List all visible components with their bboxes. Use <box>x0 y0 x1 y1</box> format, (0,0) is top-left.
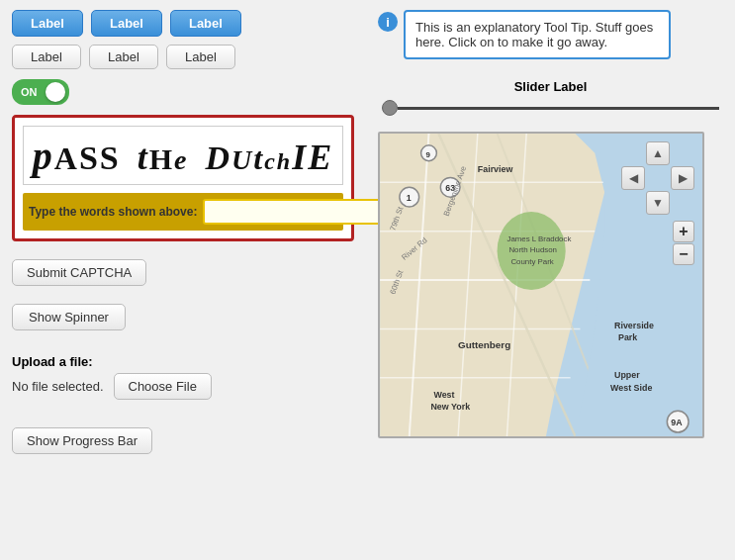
show-progress-wrapper: Show Progress Bar <box>12 408 354 454</box>
svg-text:James L Braddock: James L Braddock <box>506 234 571 243</box>
map-zoom-controls: + − <box>673 221 694 265</box>
captcha-char-p: p <box>33 133 54 179</box>
submit-captcha-button[interactable]: Submit CAPTCHA <box>12 259 146 286</box>
map-nav-down[interactable]: ▼ <box>646 191 670 215</box>
captcha-space1 <box>127 137 138 178</box>
svg-text:Riverside: Riverside <box>614 321 654 330</box>
map-nav-center <box>646 166 670 190</box>
secondary-buttons-row: Label Label Label <box>12 45 354 69</box>
primary-buttons-row: Label Label Label <box>12 10 354 37</box>
map-navigation: ▲ ◀ ▶ ▼ <box>621 141 694 215</box>
map-nav-left[interactable]: ◀ <box>621 166 645 190</box>
captcha-char-h: H <box>149 142 174 176</box>
show-spinner-wrapper: Show Spinner <box>12 294 354 340</box>
map-zoom-in[interactable]: + <box>673 221 694 242</box>
toggle-switch[interactable]: ON <box>12 79 69 105</box>
captcha-char-tc: t <box>253 140 264 177</box>
primary-button-2[interactable]: Label <box>91 10 162 37</box>
captcha-input[interactable] <box>203 199 385 225</box>
toggle-wrapper: ON <box>12 79 354 105</box>
svg-text:West: West <box>433 390 454 400</box>
captcha-char-s1: s <box>79 140 100 177</box>
primary-button-3[interactable]: Label <box>170 10 241 37</box>
tooltip-box[interactable]: This is an explanatory Tool Tip. Stuff g… <box>404 10 671 59</box>
secondary-button-3[interactable]: Label <box>166 45 235 69</box>
captcha-container: p A s S t H e D u t ch iE Type the words… <box>12 115 354 241</box>
map-nav-empty-bl <box>621 191 645 215</box>
toggle-knob <box>46 82 65 102</box>
captcha-char-ie: iE <box>292 137 333 178</box>
show-spinner-button[interactable]: Show Spinner <box>12 304 126 330</box>
captcha-char-d: D <box>206 140 232 177</box>
svg-text:North Hudson: North Hudson <box>508 245 557 254</box>
captcha-char-s2: S <box>100 140 121 177</box>
toggle-label: ON <box>21 86 38 98</box>
map-nav-empty-tl <box>621 141 645 165</box>
svg-text:Upper: Upper <box>614 370 640 380</box>
map-nav-empty-tr <box>671 141 694 165</box>
file-upload-section: Upload a file: No file selected. Choose … <box>12 354 354 400</box>
tooltip-row: i This is an explanatory Tool Tip. Stuff… <box>378 10 723 59</box>
svg-text:Guttenberg: Guttenberg <box>458 339 510 350</box>
map-container[interactable]: Fairview Guttenberg West New York Rivers… <box>378 132 704 438</box>
captcha-char-ch: ch <box>264 148 292 175</box>
submit-captcha-wrapper: Submit CAPTCHA <box>12 251 354 294</box>
slider-track[interactable] <box>398 107 719 110</box>
left-panel: Label Label Label Label Label Label ON p… <box>0 0 366 560</box>
svg-text:Park: Park <box>618 332 637 342</box>
secondary-button-1[interactable]: Label <box>12 45 81 69</box>
info-icon[interactable]: i <box>378 12 398 32</box>
captcha-char-u: u <box>231 144 253 176</box>
svg-text:County Park: County Park <box>510 257 553 266</box>
svg-text:9A: 9A <box>671 418 683 427</box>
secondary-button-2[interactable]: Label <box>89 45 158 69</box>
slider-track-wrapper <box>378 100 723 116</box>
captcha-char-t: t <box>138 137 149 178</box>
slider-section: Slider Label <box>378 79 723 116</box>
svg-text:9: 9 <box>426 150 431 159</box>
tooltip-text: This is an explanatory Tool Tip. Stuff g… <box>415 20 653 49</box>
svg-text:Fairview: Fairview <box>478 164 513 174</box>
captcha-char-e: e <box>174 144 188 176</box>
primary-button-1[interactable]: Label <box>12 10 83 37</box>
slider-label: Slider Label <box>378 79 723 94</box>
choose-file-button[interactable]: Choose File <box>114 373 212 400</box>
right-panel: i This is an explanatory Tool Tip. Stuff… <box>366 0 735 560</box>
map-nav-right[interactable]: ▶ <box>671 166 694 190</box>
info-icon-label: i <box>386 15 390 30</box>
no-file-text: No file selected. <box>12 379 104 394</box>
slider-knob[interactable] <box>382 100 398 116</box>
captcha-input-row: Type the words shown above: Reload <box>23 193 343 231</box>
svg-text:West Side: West Side <box>610 383 652 393</box>
map-nav-empty-br <box>671 191 694 215</box>
captcha-text: p A s S t H e D u t ch iE <box>33 133 333 179</box>
captcha-image: p A s S t H e D u t ch iE <box>23 126 343 185</box>
map-nav-up[interactable]: ▲ <box>646 141 670 165</box>
file-upload-label: Upload a file: <box>12 354 354 369</box>
captcha-input-label: Type the words shown above: <box>29 205 197 219</box>
svg-text:New York: New York <box>430 402 470 412</box>
captcha-char-a: A <box>54 140 79 177</box>
map-zoom-out[interactable]: − <box>673 243 694 265</box>
svg-text:1: 1 <box>407 193 412 203</box>
captcha-space2 <box>195 137 206 178</box>
show-progress-button[interactable]: Show Progress Bar <box>12 427 152 454</box>
file-upload-row: No file selected. Choose File <box>12 373 354 400</box>
